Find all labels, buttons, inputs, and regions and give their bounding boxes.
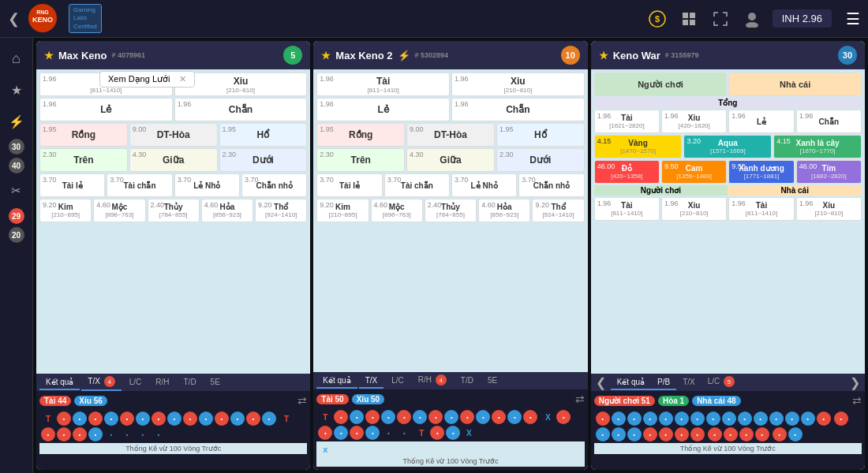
panel3-xanh-duong[interactable]: 9.50Xanh dương[1771~1881] [728,160,794,184]
panel2-tren[interactable]: 2.30Trên [316,148,405,172]
panel1-tab-ketqua[interactable]: Kết quả [39,375,80,390]
panel1-hoa[interactable]: 4.60Hỏa[856~923] [201,199,253,222]
panel1-tab-5e[interactable]: 5E [204,375,226,390]
panel1-giua[interactable]: 4.30 Giữa [129,148,218,172]
sidebar-item-favorites[interactable]: ★ [2,76,31,104]
panel2-le[interactable]: 1.96Lẻ [316,98,450,121]
panel2-chan[interactable]: 1.96Chẵn [451,98,585,121]
panel2-lenho[interactable]: 3.70Lẻ Nhỏ [451,173,517,197]
panel2-taile[interactable]: 3.70Tài lẻ [316,173,382,197]
panel1-taichan[interactable]: 3.70Tài chẵn [107,173,172,197]
panel3-tag-banker: Nhà cái 48 [692,396,740,406]
panel3-aqua[interactable]: 3.20Aqua[1571~1669] [683,135,772,158]
panel1-refresh-icon[interactable]: ⇄ [297,394,307,407]
panel2-taichan[interactable]: 3.70Tài chẵn [384,173,450,197]
panel3-tab-ketqua[interactable]: Kết quả [611,375,651,390]
panel3-player-tai[interactable]: 1.96Tài[811~1410] [594,197,660,221]
panel2-tho[interactable]: 9.20Thổ[924~1410] [532,199,584,222]
lightning-icon: ⚡ [398,50,410,61]
panel1-duoi[interactable]: 2.30 Dưới [219,148,308,172]
panel1-dt-hoa[interactable]: 9.00 DT-Hòa [129,123,218,147]
panel2-dt-hoa[interactable]: 9.00DT-Hòa [406,123,495,147]
content-area: ★ Max Keno # 4078961 5 Xem Dạng Lưới ✕ 1… [33,38,868,473]
grid-icon[interactable] [678,8,700,30]
panel3-nav-right[interactable]: ❯ [845,375,865,390]
panel1-rong[interactable]: 1.95 Rồng [39,123,128,147]
panel1-tren[interactable]: 2.30 Trên [39,148,128,172]
panel2-tab-ketqua[interactable]: Kết quả [316,374,357,389]
panel3-le[interactable]: 1.96Lẻ [728,110,794,133]
panel2-thuy[interactable]: 2.40Thủy[784~855] [425,199,477,222]
panel3-tai[interactable]: 1.96Tài[1621~2820] [594,110,660,133]
panel1-kim[interactable]: 9.20Kim[210~895] [39,199,92,222]
panel2-hoa[interactable]: 4.60Hỏa[856~923] [478,199,530,222]
panel1-le[interactable]: 1.96 Lẻ [39,98,173,121]
panel3-vang[interactable]: 4.15Vàng[1470~1570] [594,135,683,158]
panel3-xanh-la[interactable]: 4.15Xanh lá cây[1670~1770] [773,135,862,158]
panel2-channho[interactable]: 3.70Chẵn nhỏ [518,173,584,197]
panel3-pb-row: 1.96Tài[811~1410] 1.96Xiu[210~810] 1.96T… [594,197,862,221]
panel1-tooltip-close[interactable]: ✕ [179,74,186,84]
panel1-lenho[interactable]: 3.70Lẻ Nhỏ [174,173,240,197]
panel2-tab-lc[interactable]: L/C [385,374,410,389]
logo: RNG KENO GamingLabsCertified [26,4,102,33]
panel2-tab-tx[interactable]: T/X [359,374,384,389]
panel3-cam[interactable]: 9.50Cam[1359~1489] [661,160,727,184]
panel2-tab-td[interactable]: T/D [455,374,480,389]
panel3-tab-tx[interactable]: T/X [676,375,702,390]
sidebar-item-scissors[interactable]: ✂ [2,177,31,205]
panel3-tab-pb[interactable]: P/B [651,375,676,390]
panel3-tab-lc[interactable]: L/C 5 [702,374,741,391]
sidebar-item-live[interactable]: ⚡ [2,107,31,136]
panel2-kim[interactable]: 9.20Kim[210~895] [316,199,369,222]
balance-display: INH 2.96 [773,9,832,28]
panel1-thuy[interactable]: 2.40Thủy[784~855] [148,199,200,222]
panel3-chan[interactable]: 1.96Chẵn [796,110,862,133]
sidebar-item-home[interactable]: ⌂ [2,44,31,73]
panel2-giua[interactable]: 4.30Giữa [406,148,495,172]
panel1-moc[interactable]: 4.60Mộc[896~763] [93,199,145,222]
panel1-row5: 3.70Tài lẻ 3.70Tài chẵn 3.70Lẻ Nhỏ 3.70C… [39,173,307,197]
expand-icon[interactable] [709,8,731,30]
panel1-tab-lc[interactable]: L/C [123,375,148,390]
currency-icon[interactable]: $ [646,8,668,30]
panel3-do[interactable]: 46.00Đỏ[420~1358] [594,160,660,184]
panel2-tai[interactable]: 1.96Tài[811~1410] [316,73,450,96]
panel3-banker-xiu[interactable]: 1.96Xiu[210~810] [796,197,862,221]
sidebar-item-29[interactable]: 29 [9,208,24,224]
panel3-banker-tai[interactable]: 1.96Tài[811~1410] [728,197,794,221]
panel2-refresh-icon[interactable]: ⇄ [575,393,585,405]
panel1-tab-td[interactable]: T/D [178,375,203,390]
panel1-tho[interactable]: 9.20Thổ[924~1410] [255,199,307,222]
panel3-nav-left[interactable]: ❮ [591,375,611,390]
panel2-ho[interactable]: 1.95Hổ [496,123,585,147]
panel3-player-header: Người chơi [594,73,728,96]
panel1-tab-tx[interactable]: T/X 4 [81,374,121,391]
panel3-tim[interactable]: 46.00Tím[1882~2820] [796,160,862,184]
panel1-taile[interactable]: 3.70Tài lẻ [39,173,105,197]
panel1-chan[interactable]: 1.96 Chẵn [174,98,308,121]
panel2-duoi[interactable]: 2.30Dưới [496,148,585,172]
svg-text:$: $ [655,14,660,24]
star-icon3: ★ [599,50,608,61]
panel2-rong[interactable]: 1.95Rồng [316,123,405,147]
hamburger-menu[interactable]: ☰ [846,9,860,28]
panel3-refresh-icon[interactable]: ⇄ [852,394,862,407]
user-icon[interactable] [741,8,763,30]
sidebar-item-20[interactable]: 20 [9,227,24,243]
panel2-tab-5e[interactable]: 5E [481,374,503,389]
panel3-xiu[interactable]: 1.96Xiu[420~1620] [661,110,727,133]
panel1-ho[interactable]: 1.95 Hổ [219,123,308,147]
sidebar-item-30[interactable]: 30 [9,139,24,155]
panel1-tab-rh[interactable]: R/H [149,375,175,390]
panel2-row1: 1.96Tài[811~1410] 1.96Xiu[210~810] [316,73,584,96]
panel2-tab-rh[interactable]: R/H 4 [412,372,453,389]
sidebar-item-40[interactable]: 40 [9,158,24,173]
panel3-tai-xiu-row: 1.96Tài[1621~2820] 1.96Xiu[420~1620] 1.9… [594,110,862,133]
panel2-row4: 2.30Trên 4.30Giữa 2.30Dưới [316,148,584,172]
nav-prev[interactable]: ❮ [8,10,20,28]
panel3-player-xiu[interactable]: 1.96Xiu[210~810] [661,197,727,221]
panel1-channho[interactable]: 3.70Chẵn nhỏ [241,173,307,197]
panel2-xiu[interactable]: 1.96Xiu[210~810] [451,73,585,96]
panel2-moc[interactable]: 4.60Mộc[896~763] [371,199,423,222]
